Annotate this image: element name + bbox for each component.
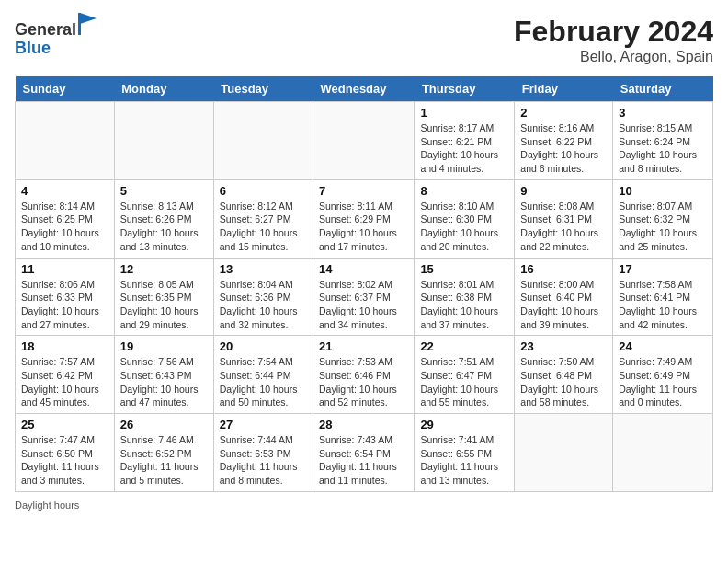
svg-rect-1: [78, 13, 81, 35]
day-info: Sunrise: 8:07 AMSunset: 6:32 PMDaylight:…: [619, 200, 707, 254]
dow-header-wednesday: Wednesday: [313, 76, 415, 102]
day-number: 23: [520, 339, 607, 353]
day-number: 25: [21, 418, 108, 431]
day-number: 22: [420, 339, 508, 353]
calendar-cell: 1Sunrise: 8:17 AMSunset: 6:21 PMDaylight…: [415, 102, 515, 180]
calendar-cell: 23Sunrise: 7:50 AMSunset: 6:48 PMDayligh…: [515, 336, 613, 414]
day-number: 29: [420, 418, 508, 431]
week-row-3: 18Sunrise: 7:57 AMSunset: 6:42 PMDayligh…: [16, 336, 713, 414]
calendar-table: SundayMondayTuesdayWednesdayThursdayFrid…: [15, 76, 713, 492]
calendar-cell: [313, 102, 415, 180]
dow-header-monday: Monday: [114, 76, 213, 102]
day-info: Sunrise: 8:01 AMSunset: 6:38 PMDaylight:…: [420, 278, 508, 332]
day-info: Sunrise: 8:10 AMSunset: 6:30 PMDaylight:…: [420, 200, 508, 254]
calendar-cell: 25Sunrise: 7:47 AMSunset: 6:50 PMDayligh…: [16, 414, 115, 492]
day-number: 12: [120, 262, 208, 276]
day-info: Sunrise: 8:00 AMSunset: 6:40 PMDaylight:…: [520, 278, 607, 332]
day-info: Sunrise: 8:06 AMSunset: 6:33 PMDaylight:…: [21, 278, 108, 332]
day-info: Sunrise: 8:13 AMSunset: 6:26 PMDaylight:…: [120, 200, 208, 254]
day-number: 27: [220, 418, 307, 431]
calendar-cell: 3Sunrise: 8:15 AMSunset: 6:24 PMDaylight…: [613, 102, 713, 180]
day-number: 1: [420, 106, 508, 120]
day-number: 6: [220, 184, 307, 198]
svg-marker-0: [80, 13, 97, 24]
calendar-cell: 27Sunrise: 7:44 AMSunset: 6:53 PMDayligh…: [213, 414, 313, 492]
logo: General Blue: [15, 15, 97, 58]
calendar-cell: 11Sunrise: 8:06 AMSunset: 6:33 PMDayligh…: [16, 258, 115, 336]
day-info: Sunrise: 8:04 AMSunset: 6:36 PMDaylight:…: [220, 278, 307, 332]
calendar-cell: [515, 414, 613, 492]
day-info: Sunrise: 7:47 AMSunset: 6:50 PMDaylight:…: [21, 433, 108, 488]
calendar-cell: 22Sunrise: 7:51 AMSunset: 6:47 PMDayligh…: [415, 336, 515, 414]
calendar-cell: 8Sunrise: 8:10 AMSunset: 6:30 PMDaylight…: [415, 179, 515, 258]
month-year-title: February 2024: [514, 15, 713, 49]
day-number: 15: [420, 262, 508, 276]
calendar-cell: 12Sunrise: 8:05 AMSunset: 6:35 PMDayligh…: [114, 258, 213, 336]
calendar-cell: 20Sunrise: 7:54 AMSunset: 6:44 PMDayligh…: [213, 336, 313, 414]
day-info: Sunrise: 7:54 AMSunset: 6:44 PMDaylight:…: [220, 355, 307, 409]
week-row-2: 11Sunrise: 8:06 AMSunset: 6:33 PMDayligh…: [16, 258, 713, 336]
calendar-cell: 26Sunrise: 7:46 AMSunset: 6:52 PMDayligh…: [114, 414, 213, 492]
dow-header-tuesday: Tuesday: [213, 76, 313, 102]
calendar-cell: 24Sunrise: 7:49 AMSunset: 6:49 PMDayligh…: [613, 336, 713, 414]
day-info: Sunrise: 7:57 AMSunset: 6:42 PMDaylight:…: [21, 355, 108, 409]
day-info: Sunrise: 7:43 AMSunset: 6:54 PMDaylight:…: [319, 433, 408, 488]
calendar-cell: 7Sunrise: 8:11 AMSunset: 6:29 PMDaylight…: [313, 179, 415, 258]
day-number: 2: [520, 106, 607, 120]
dow-header-sunday: Sunday: [16, 76, 115, 102]
day-number: 24: [619, 339, 707, 353]
calendar-cell: [213, 102, 313, 180]
day-info: Sunrise: 8:08 AMSunset: 6:31 PMDaylight:…: [520, 200, 607, 254]
day-number: 21: [319, 339, 408, 353]
calendar-cell: [114, 102, 213, 180]
calendar-cell: [613, 414, 713, 492]
day-info: Sunrise: 8:02 AMSunset: 6:37 PMDaylight:…: [319, 278, 408, 332]
week-row-0: 1Sunrise: 8:17 AMSunset: 6:21 PMDaylight…: [16, 102, 713, 180]
footer: Daylight hours: [15, 500, 713, 511]
day-number: 7: [319, 184, 408, 198]
footer-text: Daylight hours: [15, 500, 79, 511]
day-info: Sunrise: 7:46 AMSunset: 6:52 PMDaylight:…: [120, 433, 208, 488]
day-number: 14: [319, 262, 408, 276]
calendar-cell: 5Sunrise: 8:13 AMSunset: 6:26 PMDaylight…: [114, 179, 213, 258]
calendar-cell: 13Sunrise: 8:04 AMSunset: 6:36 PMDayligh…: [213, 258, 313, 336]
day-number: 18: [21, 339, 108, 353]
calendar-cell: 21Sunrise: 7:53 AMSunset: 6:46 PMDayligh…: [313, 336, 415, 414]
calendar-body: 1Sunrise: 8:17 AMSunset: 6:21 PMDaylight…: [16, 102, 713, 492]
day-info: Sunrise: 7:51 AMSunset: 6:47 PMDaylight:…: [420, 355, 508, 409]
day-info: Sunrise: 7:49 AMSunset: 6:49 PMDaylight:…: [619, 355, 707, 409]
day-number: 11: [21, 262, 108, 276]
day-number: 16: [520, 262, 607, 276]
day-number: 13: [220, 262, 307, 276]
dow-header-thursday: Thursday: [415, 76, 515, 102]
day-number: 26: [120, 418, 208, 431]
calendar-cell: 10Sunrise: 8:07 AMSunset: 6:32 PMDayligh…: [613, 179, 713, 258]
day-info: Sunrise: 7:44 AMSunset: 6:53 PMDaylight:…: [220, 433, 307, 488]
day-info: Sunrise: 7:56 AMSunset: 6:43 PMDaylight:…: [120, 355, 208, 409]
day-info: Sunrise: 8:11 AMSunset: 6:29 PMDaylight:…: [319, 200, 408, 254]
dow-header-saturday: Saturday: [613, 76, 713, 102]
title-block: February 2024 Bello, Aragon, Spain: [514, 15, 713, 65]
dow-header-friday: Friday: [515, 76, 613, 102]
day-info: Sunrise: 7:41 AMSunset: 6:55 PMDaylight:…: [420, 433, 508, 488]
day-number: 19: [120, 339, 208, 353]
days-of-week-row: SundayMondayTuesdayWednesdayThursdayFrid…: [16, 76, 713, 102]
day-info: Sunrise: 8:16 AMSunset: 6:22 PMDaylight:…: [520, 121, 607, 176]
calendar-cell: 2Sunrise: 8:16 AMSunset: 6:22 PMDaylight…: [515, 102, 613, 180]
day-number: 3: [619, 106, 707, 120]
day-number: 8: [420, 184, 508, 198]
day-info: Sunrise: 8:17 AMSunset: 6:21 PMDaylight:…: [420, 121, 508, 176]
calendar-cell: 9Sunrise: 8:08 AMSunset: 6:31 PMDaylight…: [515, 179, 613, 258]
day-number: 5: [120, 184, 208, 198]
week-row-1: 4Sunrise: 8:14 AMSunset: 6:25 PMDaylight…: [16, 179, 713, 258]
day-number: 9: [520, 184, 607, 198]
logo-general: General: [15, 20, 76, 39]
calendar-cell: 28Sunrise: 7:43 AMSunset: 6:54 PMDayligh…: [313, 414, 415, 492]
day-info: Sunrise: 7:50 AMSunset: 6:48 PMDaylight:…: [520, 355, 607, 409]
calendar-cell: 15Sunrise: 8:01 AMSunset: 6:38 PMDayligh…: [415, 258, 515, 336]
day-info: Sunrise: 8:05 AMSunset: 6:35 PMDaylight:…: [120, 278, 208, 332]
day-number: 10: [619, 184, 707, 198]
day-info: Sunrise: 7:58 AMSunset: 6:41 PMDaylight:…: [619, 278, 707, 332]
calendar-cell: [16, 102, 115, 180]
logo-blue: Blue: [15, 39, 51, 57]
